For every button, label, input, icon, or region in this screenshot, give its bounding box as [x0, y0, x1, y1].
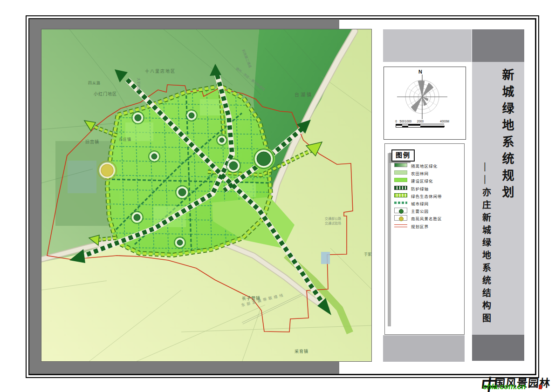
legend-item-band: 绿色生态休闲带 — [385, 193, 464, 199]
axis-swatch — [394, 186, 407, 190]
legend-item-axis: 防护绿轴 — [385, 185, 464, 192]
boundary-swatch — [394, 224, 407, 227]
legend-item-bright: 建设区绿化 — [385, 177, 464, 184]
legend-item-net: 城市绿网 — [385, 200, 464, 207]
map-label: 亦庄镇 — [119, 138, 131, 142]
title-panel: 新城绿地系统规划 ——亦庄新城绿地系统结构图 — [472, 29, 524, 361]
pale-swatch — [394, 170, 407, 175]
map-label: 小红门地区 — [94, 92, 117, 96]
scale-tick: 4000M — [440, 120, 449, 123]
park-marker — [229, 162, 238, 170]
net-swatch — [394, 202, 407, 204]
band-swatch — [394, 193, 407, 197]
scale-tick: 1000 — [405, 120, 411, 123]
legend-item-label: 绿色生态休闲带 — [411, 193, 442, 199]
park-marker — [178, 189, 186, 196]
legend-item-label: 防护绿轴 — [411, 186, 429, 191]
map-label: 台湖镇 — [295, 93, 313, 97]
title-bottom-block — [472, 335, 524, 361]
map-label: 采育镇 — [295, 350, 308, 354]
scale-tick: 500 — [400, 120, 405, 123]
top-gray-bar — [383, 29, 472, 62]
watermark-url-link[interactable]: chla.com.cn — [483, 383, 526, 391]
map-label: 大羊坊路 — [137, 78, 140, 91]
map-label: 四从路 — [88, 81, 101, 85]
park-swatch — [394, 208, 407, 213]
sub-title: ——亦庄新城绿地系统结构图 — [480, 162, 492, 326]
park-marker — [151, 154, 157, 159]
scale-segment — [396, 126, 402, 127]
legend-item-pale: 农田林网 — [385, 170, 464, 176]
site-watermark: 中 国风景园林网 chla.com.cn — [480, 371, 555, 392]
map-label: 交通部公路 — [325, 217, 341, 220]
scenic-circle — [101, 164, 113, 176]
park-marker — [134, 214, 140, 221]
bright-swatch — [394, 178, 407, 182]
legend-item-label: 规划区界 — [411, 223, 429, 229]
scale-bar: 0500100020004000M — [396, 124, 444, 128]
plan-map: 十八里店地区四从路小红门地区台湖镇旧宫镇亦庄镇长子营镇采育镇于家务交通部公路交通… — [41, 29, 372, 362]
scale-segment — [408, 126, 420, 127]
park-marker — [189, 113, 194, 118]
scale-segment — [420, 126, 445, 127]
park-marker — [219, 138, 224, 142]
map-label: 于家务 — [364, 253, 372, 257]
bottom-gray-bar — [383, 335, 465, 362]
park-marker — [135, 115, 141, 121]
park-marker — [257, 152, 271, 166]
legend-item-label: 主要公园 — [411, 208, 429, 214]
water-pond — [321, 252, 330, 264]
legend-item-label: 农田林网 — [411, 170, 429, 176]
legend-item-label: 建设区绿化 — [411, 178, 433, 183]
map-label: 交通试验场 — [325, 222, 341, 225]
legend-item-gradient: 隔离地区绿化 — [385, 162, 464, 169]
legend-header: 图例 — [391, 149, 415, 162]
park-marker — [177, 240, 183, 245]
wind-rose — [384, 73, 466, 125]
scale-tick: 0 — [395, 120, 397, 123]
legend-item-boundary: 规划区界 — [385, 223, 464, 230]
gradient-swatch — [394, 163, 407, 167]
legend-item-park: 主要公园 — [385, 208, 464, 214]
map-label: 十八里店地区 — [145, 69, 176, 74]
plan-map-canvas — [41, 29, 372, 362]
scale-tick: 2000 — [417, 120, 424, 123]
scenic-swatch — [394, 215, 407, 221]
legend-item-label: 隔离地区绿化 — [411, 163, 438, 169]
legend-item-label: 城市绿网 — [411, 201, 429, 206]
water-patch — [68, 161, 96, 193]
title-top-block — [472, 29, 524, 62]
north-scale-panel: N 0500100020004000M — [384, 67, 466, 140]
main-title: 新城绿地系统规划 — [498, 68, 515, 203]
watermark-stamp — [539, 385, 542, 389]
legend-item-scenic: 南苑风景名胜区 — [385, 215, 464, 222]
scale-segment — [402, 126, 408, 127]
legend-panel: 图例 隔离地区绿化农田林网建设区绿化防护绿轴绿色生态休闲带城市绿网主要公园南苑风… — [384, 143, 465, 335]
map-label: 旧宫镇 — [85, 140, 99, 144]
legend-item-label: 南苑风景名胜区 — [411, 216, 442, 221]
